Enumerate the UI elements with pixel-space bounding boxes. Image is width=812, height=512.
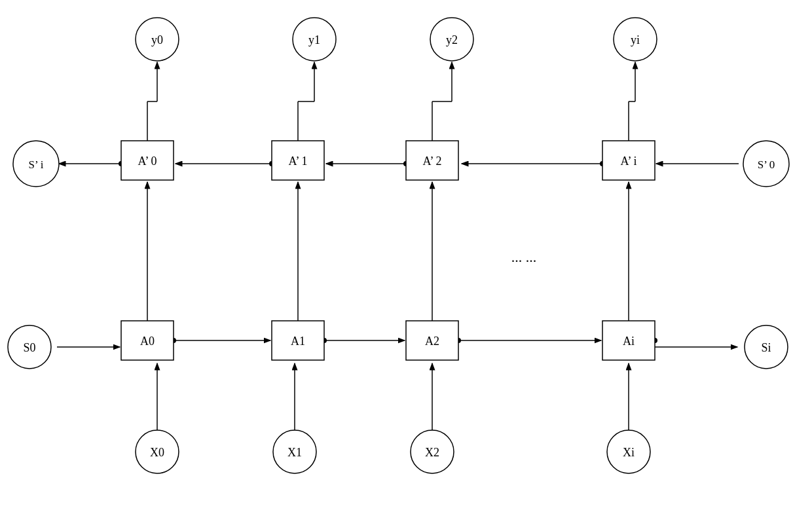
label-Ap1: A’ 1 xyxy=(288,155,307,168)
label-y0: y0 xyxy=(151,33,163,46)
label-Ap0: A’ 0 xyxy=(138,155,157,168)
label-Api: A’ i xyxy=(620,155,637,168)
label-Spi: S’ i xyxy=(29,158,44,171)
label-S0: S0 xyxy=(23,341,35,354)
background xyxy=(0,0,812,512)
label-A2: A2 xyxy=(425,335,439,348)
label-A0: A0 xyxy=(140,335,155,348)
diagram-container: A’ 0 A’ 1 A’ 2 A’ i A0 A1 A2 Ai y0 y1 y2… xyxy=(0,0,812,512)
label-Ap2: A’ 2 xyxy=(422,155,441,168)
label-X1: X1 xyxy=(287,446,302,459)
label-y1: y1 xyxy=(308,33,320,46)
label-X0: X0 xyxy=(150,446,164,459)
label-Sp0: S’ 0 xyxy=(758,158,775,171)
label-Si: Si xyxy=(761,341,771,354)
ellipsis: ... ... xyxy=(511,249,537,265)
label-A1: A1 xyxy=(291,335,305,348)
label-yi: yi xyxy=(631,33,640,46)
label-y2: y2 xyxy=(446,33,458,46)
label-Ai: Ai xyxy=(623,335,635,348)
label-X2: X2 xyxy=(425,446,439,459)
label-Xi: Xi xyxy=(623,446,635,459)
